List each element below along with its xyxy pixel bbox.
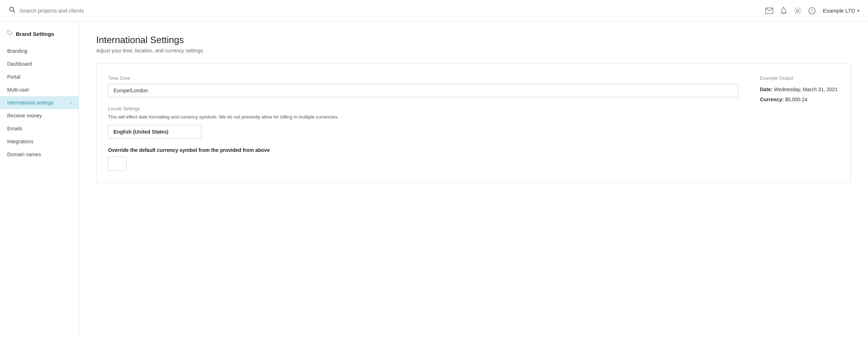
sidebar-item-integrations[interactable]: Integrations (0, 135, 79, 148)
sidebar-item-multi-user[interactable]: Multi-user (0, 83, 79, 96)
sidebar: Brand Settings Branding Dashboard Portal… (0, 22, 79, 339)
locale-label: Locale Settings (108, 106, 738, 111)
locale-select[interactable]: English (United States) (108, 125, 201, 139)
example-output-section: Example Output Date: Wednesday, March 31… (760, 75, 839, 171)
main-layout: Brand Settings Branding Dashboard Portal… (0, 22, 868, 339)
sidebar-item-label: Receive money (7, 113, 42, 119)
currency-override-input[interactable] (108, 157, 127, 171)
sidebar-item-receive-money[interactable]: Receive money (0, 109, 79, 122)
tag-icon (7, 30, 13, 37)
timezone-input[interactable] (108, 84, 738, 97)
example-date-row: Date: Wednesday, March 31, 2021 (760, 87, 839, 92)
chevron-right-icon: › (70, 100, 71, 105)
override-label: Override the default currency symbol fro… (108, 147, 738, 153)
top-navigation: ? Example LTD ▾ (0, 0, 868, 22)
settings-main-section: Time Zone Locale Settings This will effe… (108, 75, 738, 171)
topnav-icons: ? (765, 7, 816, 15)
sidebar-item-label: Integrations (7, 139, 33, 144)
example-date-value: Wednesday, March 31, 2021 (774, 87, 838, 92)
gear-icon[interactable] (794, 7, 801, 14)
override-section: Override the default currency symbol fro… (108, 147, 738, 171)
locale-value: English (United States) (113, 129, 168, 135)
timezone-label: Time Zone (108, 75, 738, 81)
sidebar-brand-header: Brand Settings (0, 30, 79, 45)
timezone-field: Time Zone (108, 75, 738, 106)
sidebar-item-label: Portal (7, 74, 20, 80)
page-title: International Settings (96, 34, 851, 46)
settings-card: Time Zone Locale Settings This will effe… (96, 64, 851, 183)
svg-point-7 (9, 32, 9, 32)
svg-text:?: ? (811, 9, 813, 14)
sidebar-item-domain-names[interactable]: Domain names (0, 148, 79, 161)
bell-icon[interactable] (780, 7, 787, 15)
mail-icon[interactable] (765, 8, 773, 14)
search-icon (9, 6, 16, 15)
locale-description: This will effect date formatting and cur… (108, 113, 738, 121)
sidebar-item-branding[interactable]: Branding (0, 45, 79, 57)
sidebar-brand-label: Brand Settings (16, 31, 54, 37)
sidebar-item-label: Dashboard (7, 61, 32, 67)
sidebar-item-emails[interactable]: Emails (0, 122, 79, 135)
sidebar-item-label: Branding (7, 48, 27, 54)
help-icon[interactable]: ? (808, 7, 816, 14)
sidebar-item-dashboard[interactable]: Dashboard (0, 57, 79, 70)
sidebar-item-label: Domain names (7, 152, 41, 157)
example-currency-row: Currency: $5,000.24 (760, 97, 839, 102)
main-content: International Settings Adjust your time,… (79, 22, 868, 339)
search-input[interactable] (19, 8, 120, 14)
example-output-title: Example Output (760, 75, 839, 81)
user-menu[interactable]: Example LTD ▾ (823, 8, 859, 14)
search-area (9, 6, 765, 15)
sidebar-item-label: Emails (7, 126, 22, 131)
example-date-label: Date: (760, 87, 773, 92)
sidebar-item-portal[interactable]: Portal (0, 70, 79, 83)
user-name: Example LTD (823, 8, 855, 14)
page-subtitle: Adjust your time, location, and currency… (96, 48, 851, 54)
svg-point-4 (797, 10, 799, 12)
example-currency-value: $5,000.24 (785, 97, 807, 102)
svg-line-1 (13, 11, 15, 13)
chevron-down-icon: ▾ (857, 8, 859, 13)
sidebar-item-label: Multi-user (7, 87, 29, 93)
example-currency-label: Currency: (760, 97, 784, 102)
locale-section: Locale Settings This will effect date fo… (108, 106, 738, 147)
sidebar-item-label: International settings (7, 100, 53, 106)
sidebar-item-international-settings[interactable]: International settings › (0, 96, 79, 109)
